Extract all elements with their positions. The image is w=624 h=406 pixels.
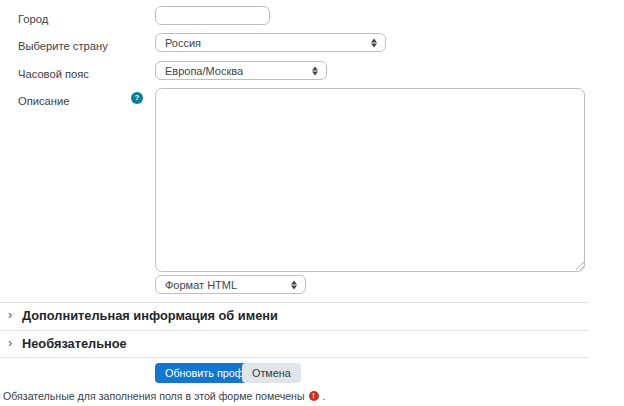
city-input[interactable]: [155, 6, 270, 25]
format-select-value: Формат HTML: [165, 279, 237, 291]
required-fields-suffix: .: [323, 390, 326, 402]
required-fields-note: Обязательные для заполнения поля в этой …: [3, 390, 326, 402]
section-additional-name-info[interactable]: › Дополнительная информация об имени: [0, 303, 589, 329]
timezone-select-value: Европа/Москва: [165, 65, 243, 77]
select-arrows-icon: [291, 280, 297, 289]
chevron-right-icon: ›: [8, 307, 12, 322]
section-optional[interactable]: › Необязательное: [0, 331, 589, 357]
required-icon: !: [309, 391, 319, 401]
section-title: Дополнительная информация об имени: [22, 308, 278, 323]
select-arrows-icon: [312, 66, 318, 75]
required-fields-text: Обязательные для заполнения поля в этой …: [3, 390, 305, 402]
select-arrows-icon: [371, 38, 377, 47]
chevron-right-icon: ›: [8, 335, 12, 350]
divider: [0, 357, 589, 358]
country-select-value: Россия: [165, 37, 201, 49]
section-title: Необязательное: [22, 336, 127, 351]
country-label: Выберите страну: [18, 40, 108, 53]
timezone-label: Часовой пояс: [18, 68, 89, 81]
cancel-button[interactable]: Отмена: [242, 363, 301, 383]
timezone-select[interactable]: Европа/Москва: [155, 61, 327, 80]
country-select[interactable]: Россия: [155, 33, 386, 52]
format-select[interactable]: Формат HTML: [155, 275, 306, 294]
city-label: Город: [18, 13, 48, 26]
profile-edit-form: Город Выберите страну Россия Часовой поя…: [0, 0, 624, 406]
description-textarea[interactable]: [155, 88, 585, 272]
help-icon[interactable]: ?: [131, 92, 143, 104]
description-label: Описание: [18, 95, 69, 108]
